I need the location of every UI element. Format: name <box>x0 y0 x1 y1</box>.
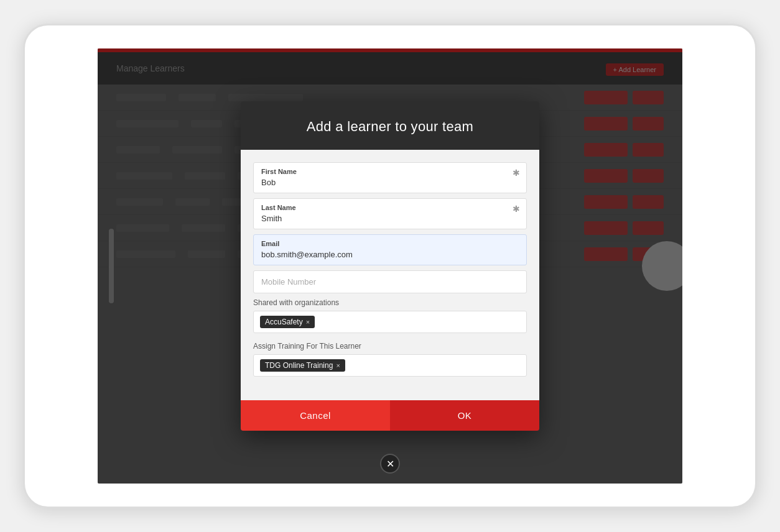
modal-header: Add a learner to your team <box>241 101 539 150</box>
add-learner-modal: Add a learner to your team First Name Bo… <box>241 101 539 431</box>
training-tag-label: TDG Online Training <box>265 361 333 370</box>
cancel-button[interactable]: Cancel <box>241 400 390 431</box>
email-label: Email <box>261 240 519 247</box>
org-tag[interactable]: AccuSafety × <box>260 316 315 328</box>
first-name-label: First Name <box>261 168 519 175</box>
close-icon: ✕ <box>386 458 394 470</box>
modal-overlay: Add a learner to your team First Name Bo… <box>98 48 682 484</box>
close-button[interactable]: ✕ <box>380 454 400 474</box>
modal-footer: Cancel OK <box>241 400 539 431</box>
modal-body: First Name Bob ✱ Last Name Smith ✱ Email… <box>241 150 539 400</box>
last-name-value: Smith <box>261 214 282 223</box>
shared-orgs-label: Shared with organizations <box>253 298 527 307</box>
shared-orgs-field[interactable]: AccuSafety × <box>253 311 527 333</box>
first-name-required: ✱ <box>513 168 520 178</box>
assign-training-label: Assign Training For This Learner <box>253 342 527 351</box>
org-tag-label: AccuSafety <box>265 318 303 326</box>
ok-button[interactable]: OK <box>390 400 539 431</box>
modal-title: Add a learner to your team <box>253 119 527 135</box>
screen: Manage Learners + Add Learner <box>98 48 682 484</box>
training-tag-remove[interactable]: × <box>336 362 340 369</box>
org-tag-remove[interactable]: × <box>306 318 310 326</box>
assign-training-field[interactable]: TDG Online Training × <box>253 354 527 377</box>
mobile-field[interactable]: Mobile Number <box>253 270 527 293</box>
last-name-label: Last Name <box>261 204 519 211</box>
email-field[interactable]: Email bob.smith@example.com <box>253 234 527 265</box>
device-frame: Manage Learners + Add Learner <box>23 24 757 508</box>
training-tag[interactable]: TDG Online Training × <box>260 359 345 372</box>
email-value: bob.smith@example.com <box>261 250 353 259</box>
first-name-field[interactable]: First Name Bob ✱ <box>253 162 527 193</box>
last-name-required: ✱ <box>513 204 520 214</box>
first-name-value: Bob <box>261 178 276 187</box>
mobile-placeholder: Mobile Number <box>261 277 316 287</box>
last-name-field[interactable]: Last Name Smith ✱ <box>253 198 527 229</box>
